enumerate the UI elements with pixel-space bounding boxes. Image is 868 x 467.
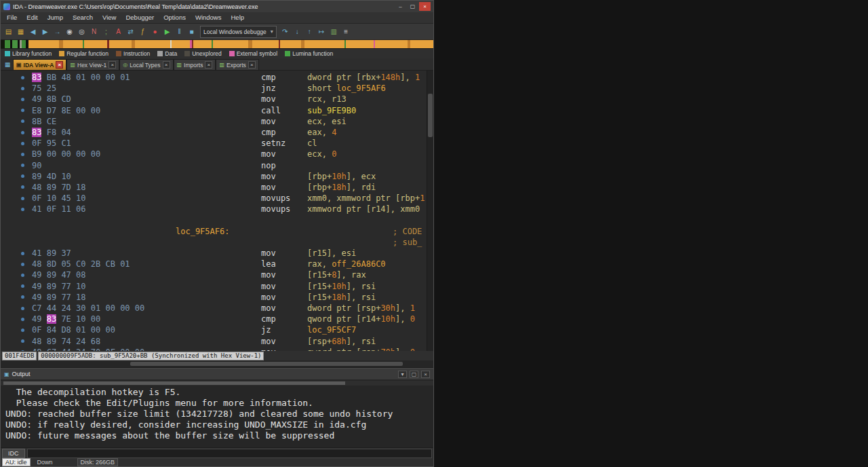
tab-imports[interactable]: ▥Imports× (174, 59, 216, 70)
listing-row[interactable]: 0F 95 C1 setnzcl (1, 138, 433, 149)
search-text-icon[interactable]: ◎ (76, 26, 87, 37)
listing-row[interactable]: 75 25 jnzshort loc_9F5AF6 (1, 83, 433, 94)
listing-row[interactable]: B9 00 00 00 00 movecx, 0 (1, 149, 433, 160)
tab-exports[interactable]: ▥Exports× (216, 59, 258, 70)
menu-jump[interactable]: Jump (43, 12, 68, 23)
menu-search[interactable]: Search (68, 12, 98, 23)
cli-selector-button[interactable]: IDC (2, 449, 25, 458)
panel-close-icon[interactable]: × (421, 371, 430, 378)
scrollbar-thumb[interactable] (3, 381, 345, 385)
tab-ida-view-a[interactable]: ▣IDA View-A× (13, 59, 66, 70)
panel-float-icon[interactable]: ▢ (410, 371, 418, 378)
output-panel-header[interactable]: ▣ Output ▾ ▢ × (1, 368, 433, 379)
debugger-windows-icon[interactable]: ▥ (328, 26, 340, 37)
listing-row[interactable]: 89 4D 10 mov[rbp+10h], ecx (1, 171, 433, 182)
listing-row[interactable]: 83 F8 04 cmpeax, 4 (1, 127, 433, 138)
operands: ecx, esi (307, 116, 433, 127)
titlebar[interactable]: IDA - Dreamweaver.exe C:\Users\rop\Docum… (1, 1, 433, 12)
listing-row[interactable]: E8 D7 8E 00 00 callsub_9FE9B0 (1, 105, 433, 116)
step-out-icon[interactable]: ↑ (304, 26, 315, 37)
step-into-icon[interactable]: ↓ (292, 26, 303, 37)
xrefs-icon[interactable]: ⇄ (125, 26, 136, 37)
stop-icon[interactable]: ■ (186, 26, 197, 37)
listing-label-row[interactable]: loc_9F5AF6:; CODE (1, 226, 433, 237)
maximize-button[interactable]: ▢ (407, 2, 418, 11)
cli-input[interactable] (27, 449, 433, 458)
listing-row[interactable]: 48 89 74 24 68 mov[rsp+68h], rsi (1, 336, 433, 347)
horizontal-scrollbar[interactable] (1, 360, 433, 368)
scripts-icon[interactable]: ≡ (340, 26, 352, 37)
step-over-icon[interactable]: ↷ (279, 26, 291, 37)
menu-windows[interactable]: Windows (191, 12, 226, 23)
instruction-bytes: 49 83 7E 10 00 (32, 314, 261, 324)
listing-row[interactable]: 83 BB 48 01 00 00 01 cmpdword ptr [rbx+1… (1, 72, 433, 83)
line-dot-icon (21, 318, 24, 321)
tab-close-icon[interactable]: × (205, 61, 212, 69)
menu-help[interactable]: Help (226, 12, 249, 23)
navigation-band[interactable] (1, 40, 433, 49)
scrollbar-thumb[interactable] (130, 362, 403, 366)
listing-gutter (1, 182, 32, 193)
back-icon[interactable]: ◀ (27, 26, 39, 37)
search-binary-icon[interactable]: ◉ (64, 26, 75, 37)
listing-row[interactable]: 90 nop (1, 160, 433, 171)
window-list-icon[interactable]: ▦ (2, 60, 13, 70)
tab-close-icon[interactable]: × (108, 61, 116, 69)
listing-gutter (1, 248, 32, 259)
menu-view[interactable]: View (98, 12, 121, 23)
close-button[interactable]: × (419, 2, 431, 11)
listing-comment-row[interactable]: ; sub_ (1, 237, 433, 248)
instruction-bytes: 49 89 77 10 (32, 281, 261, 292)
open-file-icon[interactable]: ▤ (3, 26, 14, 37)
tab-close-icon[interactable]: × (163, 61, 170, 69)
listing-row[interactable]: 41 0F 11 06 movupsxmmword ptr [r14], xmm… (1, 204, 433, 214)
instruction-bytes: 48 89 7D 18 (32, 182, 261, 193)
jump-address-icon[interactable]: → (52, 26, 63, 37)
menu-options[interactable]: Options (159, 12, 191, 23)
menu-debugger[interactable]: Debugger (121, 12, 159, 23)
output-console[interactable]: The decompilation hotkey is F5. Please c… (1, 379, 433, 447)
menu-file[interactable]: File (2, 12, 22, 23)
listing-row[interactable]: 49 89 77 10 mov[r15+10h], rsi (1, 281, 433, 292)
output-line: The decompilation hotkey is F5. (5, 387, 429, 398)
pause-icon[interactable]: ‖ (174, 26, 185, 37)
menu-edit[interactable]: Edit (22, 12, 42, 23)
listing-row[interactable]: 48 8D 05 C0 2B CB 01 learax, off_26A86C0 (1, 259, 433, 269)
save-database-icon[interactable]: ▦ (15, 26, 26, 37)
listing-row[interactable]: 0F 84 D8 01 00 00 jzloc_9F5CF7 (1, 324, 433, 335)
listing-row[interactable]: 48 C7 44 24 70 0F 00 00 movqword ptr [rs… (1, 347, 433, 351)
listing-row[interactable]: C7 44 24 30 01 00 00 00 movdword ptr [rs… (1, 303, 433, 314)
listing-row[interactable]: 49 8B CD movrcx, r13 (1, 94, 433, 105)
tab-close-icon[interactable]: × (56, 61, 63, 69)
tab-label: Exports (226, 62, 246, 69)
forward-icon[interactable]: ▶ (39, 26, 51, 37)
mnemonic: mov (261, 269, 307, 280)
tab-local-types[interactable]: ◎Local Types× (119, 59, 173, 70)
functions-icon[interactable]: ƒ (137, 26, 149, 37)
panel-menu-icon[interactable]: ▾ (398, 371, 407, 378)
line-dot-icon (21, 329, 24, 332)
line-dot-icon (21, 284, 24, 288)
disassembly-view[interactable]: 83 BB 48 01 00 00 01 cmpdword ptr [rbx+1… (1, 71, 433, 351)
listing-row[interactable]: 8B CE movecx, esi (1, 116, 433, 127)
listing-row[interactable]: 41 89 37 mov[r15], esi (1, 248, 433, 259)
colorize-icon[interactable]: A (113, 26, 124, 37)
comment-icon[interactable]: ; (100, 26, 112, 37)
run-to-cursor-icon[interactable]: ↦ (316, 26, 328, 37)
listing-blank-row[interactable] (1, 214, 433, 225)
line-dot-icon (21, 164, 24, 167)
line-dot-icon (21, 339, 24, 343)
rename-icon[interactable]: N (88, 26, 100, 37)
minimize-button[interactable]: – (395, 2, 406, 11)
listing-row[interactable]: 0F 10 45 10 movupsxmm0, xmmword ptr [rbp… (1, 193, 433, 204)
breakpoint-icon[interactable]: ● (149, 26, 161, 37)
debugger-selector[interactable]: Local Windows debugge▾ (200, 26, 277, 38)
listing-row[interactable]: 49 83 7E 10 00 cmpqword ptr [r14+10h], 0 (1, 314, 433, 324)
tab-hex-view-1[interactable]: ▥Hex View-1× (66, 59, 119, 70)
listing-row[interactable]: 48 89 7D 18 mov[rbp+18h], rdi (1, 182, 433, 193)
listing-row[interactable]: 49 89 47 08 mov[r15+8], rax (1, 269, 433, 280)
tab-close-icon[interactable]: × (248, 61, 256, 69)
listing-row[interactable]: 49 89 77 18 mov[r15+18h], rsi (1, 292, 433, 303)
output-horizontal-scrollbar[interactable] (1, 381, 433, 386)
run-icon[interactable]: ▶ (161, 26, 173, 37)
